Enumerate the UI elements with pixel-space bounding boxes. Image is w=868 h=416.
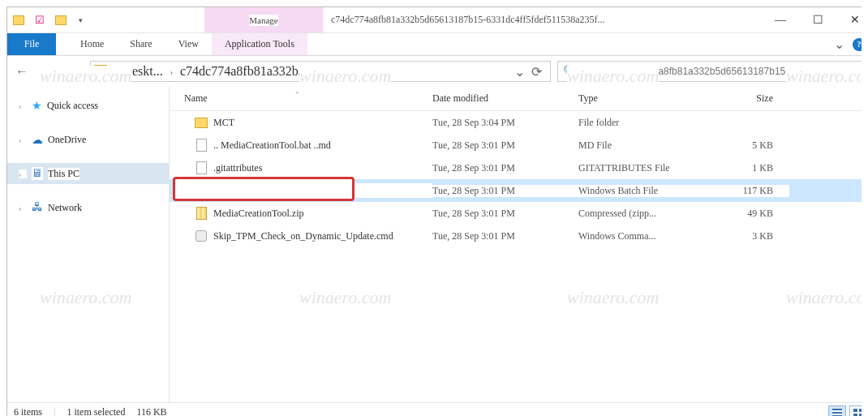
navitem-onedrive[interactable]: › ☁ OneDrive: [7, 129, 169, 150]
column-size[interactable]: Size: [708, 92, 789, 105]
file-row[interactable]: Skip_TPM_Check_on_Dynamic_Update.cmdTue,…: [170, 225, 862, 247]
status-bar: 6 items | 1 item selected 116 KB: [7, 402, 862, 416]
monitor-icon: 🖥: [32, 167, 43, 180]
tab-file[interactable]: File: [7, 33, 56, 55]
file-icon: [194, 161, 208, 175]
file-size: 5 KB: [708, 139, 789, 152]
file-size: 3 KB: [708, 230, 789, 242]
column-type[interactable]: Type: [578, 92, 708, 105]
svg-rect-1: [832, 412, 842, 414]
file-date: Tue, 28 Sep 3:01 PM: [432, 208, 578, 220]
tab-view[interactable]: View: [165, 33, 212, 55]
file-size: 117 KB: [708, 185, 789, 197]
file-date: Tue, 28 Sep 3:01 PM: [432, 139, 578, 152]
location-folder-icon: [94, 65, 107, 78]
window-controls: — ☐ ✕: [762, 7, 862, 32]
column-headers: Name ⌃ Date modified Type Size: [170, 87, 862, 111]
file-type: MD File: [578, 139, 708, 152]
close-button[interactable]: ✕: [836, 7, 862, 32]
properties-icon[interactable]: ☑: [33, 14, 46, 27]
address-bar[interactable]: › Deskt... › c74dc774a8fb81a332b5d656131…: [90, 61, 551, 82]
view-toggle: [828, 405, 862, 417]
file-type: Compressed (zipp...: [578, 208, 708, 220]
chevron-right-icon[interactable]: ›: [168, 67, 175, 76]
cloud-icon: ☁: [32, 133, 43, 147]
navitem-this-pc[interactable]: › 🖥 This PC: [7, 163, 169, 184]
search-input[interactable]: [581, 65, 860, 78]
svg-rect-3: [853, 409, 857, 412]
file-date: Tue, 28 Sep 3:04 PM: [432, 117, 578, 129]
column-date[interactable]: Date modified: [432, 92, 578, 105]
file-row[interactable]: MediaCreationTool.batTue, 28 Sep 3:01 PM…: [170, 179, 862, 202]
navigation-bar: ← → ⌄ ↑ › Deskt... › c74dc774a8fb81a332b…: [7, 56, 862, 87]
file-icon: [194, 183, 208, 198]
recent-dropdown-icon[interactable]: ⌄: [61, 67, 67, 76]
file-name: MediaCreationTool.zip: [213, 208, 303, 220]
navigation-pane: › ★ Quick access › ☁ OneDrive › 🖥 This P…: [7, 87, 170, 402]
tab-share[interactable]: Share: [117, 33, 165, 55]
qat-dropdown-icon[interactable]: ▾: [75, 16, 86, 24]
minimize-button[interactable]: —: [762, 7, 799, 32]
file-date: Tue, 28 Sep 3:01 PM: [432, 162, 578, 174]
file-list: Name ⌃ Date modified Type Size MCTTue, 2…: [170, 87, 862, 402]
navitem-quick-access[interactable]: › ★ Quick access: [7, 95, 169, 116]
ribbon-expand-icon[interactable]: ⌄: [834, 36, 844, 52]
file-name: .. MediaCreationTool.bat ..md: [213, 139, 331, 152]
window-title: c74dc774a8fb81a332b5d65613187b15-6331dc4…: [323, 7, 762, 32]
search-box[interactable]: 🔍: [557, 61, 862, 82]
navitem-network[interactable]: › 🖧 Network: [7, 197, 169, 218]
sort-ascending-icon: ⌃: [294, 91, 300, 98]
file-name: Skip_TPM_Check_on_Dynamic_Update.cmd: [213, 230, 393, 242]
expand-icon[interactable]: ›: [19, 135, 27, 144]
file-date: Tue, 28 Sep 3:01 PM: [432, 230, 578, 242]
up-button[interactable]: ↑: [77, 64, 84, 79]
chevron-right-icon[interactable]: ›: [110, 67, 118, 76]
status-selection-size: 116 KB: [136, 406, 166, 416]
file-type: Windows Comma...: [578, 230, 708, 242]
network-icon: 🖧: [32, 201, 43, 214]
status-selection: 1 item selected: [67, 406, 125, 416]
file-type: Windows Batch File: [578, 185, 708, 197]
status-item-count: 6 items: [14, 406, 42, 416]
file-icon: [194, 115, 208, 130]
help-icon[interactable]: ?: [853, 38, 862, 51]
large-icons-view-button[interactable]: [849, 405, 862, 417]
maximize-button[interactable]: ☐: [799, 7, 836, 32]
svg-rect-5: [853, 414, 857, 417]
details-view-button[interactable]: [828, 405, 846, 417]
expand-icon[interactable]: ›: [19, 204, 27, 212]
file-name: MediaCreationTool.bat: [213, 185, 303, 197]
file-icon: [194, 206, 208, 221]
breadcrumb-seg-2[interactable]: c74dc774a8fb81a332b5d65613187...: [177, 64, 376, 79]
file-name: .gitattributes: [213, 162, 262, 174]
address-dropdown-icon[interactable]: ⌄: [514, 64, 525, 79]
manage-label: Manage: [249, 15, 277, 26]
svg-rect-4: [859, 409, 862, 412]
back-button[interactable]: ←: [15, 64, 28, 79]
star-icon: ★: [32, 99, 42, 113]
breadcrumb-seg-1[interactable]: Deskt...: [119, 64, 165, 79]
refresh-icon[interactable]: ⟳: [531, 64, 542, 79]
file-icon: [194, 138, 208, 152]
tab-application-tools[interactable]: Application Tools: [212, 33, 307, 55]
tab-home[interactable]: Home: [67, 33, 117, 55]
file-row[interactable]: .gitattributesTue, 28 Sep 3:01 PMGITATTR…: [170, 157, 862, 179]
folder-icon: [12, 14, 25, 27]
file-name: MCT: [213, 117, 234, 129]
search-icon: 🔍: [563, 65, 576, 78]
expand-icon[interactable]: ›: [19, 101, 27, 110]
forward-button: →: [38, 64, 51, 79]
file-row[interactable]: .. MediaCreationTool.bat ..mdTue, 28 Sep…: [170, 134, 862, 157]
svg-rect-6: [859, 414, 862, 417]
expand-icon[interactable]: ›: [19, 169, 27, 178]
file-type: File folder: [578, 117, 708, 129]
file-row[interactable]: MediaCreationTool.zipTue, 28 Sep 3:01 PM…: [170, 202, 862, 225]
quick-access-toolbar: ☑ ▾: [7, 7, 91, 32]
new-folder-icon[interactable]: [54, 14, 67, 27]
column-name[interactable]: Name ⌃: [173, 92, 432, 105]
svg-rect-0: [832, 409, 842, 410]
file-size: 49 KB: [708, 208, 789, 220]
contextual-tab-manage[interactable]: Manage: [204, 7, 323, 32]
file-row[interactable]: MCTTue, 28 Sep 3:04 PMFile folder: [170, 111, 862, 134]
file-date: Tue, 28 Sep 3:01 PM: [432, 185, 578, 197]
